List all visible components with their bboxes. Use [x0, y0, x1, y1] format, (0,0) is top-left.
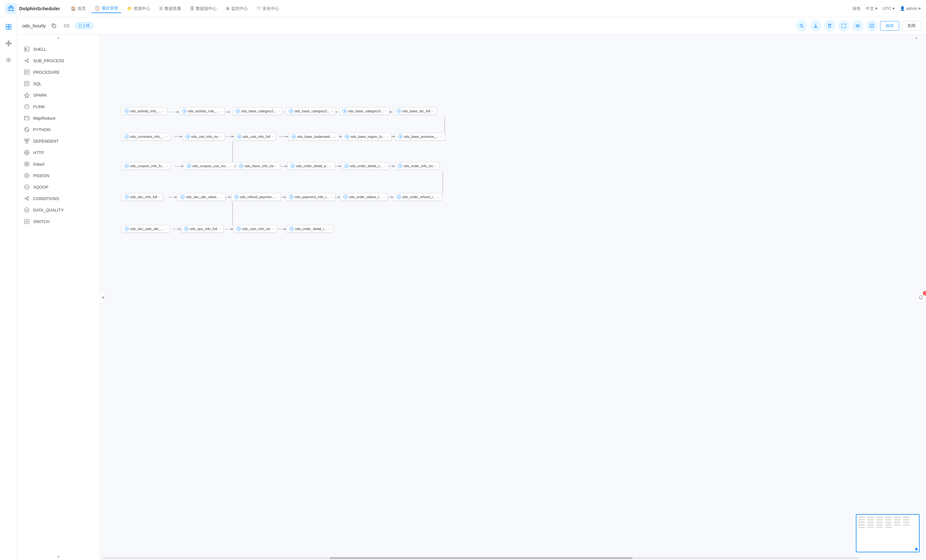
flow-node[interactable]: ⚙ ods_sku_attr_value... ○: [177, 193, 225, 201]
node-item-subprocess[interactable]: SUB_PROCESS: [17, 55, 100, 67]
flow-node[interactable]: ⚙ ods_base_region_fu... ○: [342, 133, 391, 141]
node-close-btn[interactable]: ○: [159, 195, 160, 199]
timezone-switcher[interactable]: UTC ▾: [883, 6, 895, 11]
collapse-sidebar-btn[interactable]: ◀: [100, 291, 105, 304]
node-close-btn[interactable]: ○: [162, 109, 164, 113]
canvas-scrollbar[interactable]: [100, 556, 862, 560]
node-item-procedure[interactable]: PROCEDURE: [17, 67, 100, 78]
node-close-btn[interactable]: ○: [220, 135, 222, 138]
canvas-area[interactable]: ▲ ◀: [100, 35, 926, 560]
download-tool-btn[interactable]: [810, 20, 822, 32]
nav-monitor[interactable]: 🖥 监控中心: [222, 5, 251, 13]
node-close-btn[interactable]: ○: [431, 109, 433, 113]
sidebar-item-workflow[interactable]: [3, 38, 14, 49]
flow-node[interactable]: ⚙ ods_base_category1... ○: [233, 107, 283, 115]
copy-btn[interactable]: [50, 21, 58, 30]
node-item-switch[interactable]: SWITCH: [17, 216, 100, 227]
flow-node[interactable]: ⚙ ods_activity_rule_... ○: [179, 107, 225, 115]
node-close-btn[interactable]: ○: [276, 195, 278, 199]
node-item-conditions[interactable]: CONDITIONS: [17, 193, 100, 204]
scroll-up-btn[interactable]: ▲: [17, 35, 100, 41]
link-btn[interactable]: [62, 21, 71, 30]
info-tool-btn[interactable]: [866, 20, 878, 32]
language-switcher[interactable]: 中文 ▾: [866, 6, 878, 12]
node-item-flink[interactable]: FLINK: [17, 101, 100, 112]
flow-node[interactable]: ⚙ ods_favor_info_inc ○: [236, 162, 280, 170]
node-close-btn[interactable]: ○: [384, 164, 386, 168]
node-close-btn[interactable]: ○: [166, 164, 168, 168]
node-item-pigeon[interactable]: PIGEON: [17, 170, 100, 181]
node-close-btn[interactable]: ○: [220, 109, 222, 113]
node-close-btn[interactable]: ○: [334, 135, 336, 138]
flow-node[interactable]: ⚙ ods_payment_info_i... ○: [286, 193, 335, 201]
flow-node[interactable]: ⚙ ods_cart_info_full ○: [234, 133, 276, 141]
node-item-dataquality[interactable]: DATA_QUALITY: [17, 204, 100, 216]
node-item-sqoop[interactable]: SQOOP: [17, 181, 100, 193]
flow-node[interactable]: ⚙ ods_order_status_l... ○: [340, 193, 388, 201]
flow-node[interactable]: ⚙ ods_order_refund_i... ○: [393, 193, 442, 201]
node-close-btn[interactable]: ○: [278, 109, 280, 113]
node-close-btn[interactable]: ○: [330, 195, 332, 199]
node-close-btn[interactable]: ○: [387, 135, 389, 138]
node-close-btn[interactable]: ○: [331, 109, 333, 113]
align-tool-btn[interactable]: [852, 20, 864, 32]
node-close-btn[interactable]: ○: [275, 164, 277, 168]
flow-node[interactable]: ⚙ ods_coupon_info_fu... ○: [121, 162, 171, 170]
delete-tool-btn[interactable]: [824, 20, 835, 32]
node-item-sql[interactable]: SQL: [17, 78, 100, 89]
node-close-btn[interactable]: ○: [218, 227, 221, 231]
canvas-scroll-up[interactable]: ▲: [913, 35, 920, 41]
flow-node[interactable]: ⚙ ods_base_category2... ○: [286, 107, 336, 115]
node-item-spark[interactable]: SPARK: [17, 89, 100, 101]
theme-switcher[interactable]: 深色: [852, 6, 861, 12]
notification-btn[interactable]: 1: [916, 292, 926, 303]
nav-security[interactable]: 🛡 安全中心: [254, 5, 282, 13]
sidebar-item-dashboard[interactable]: [3, 21, 14, 33]
node-item-mapreduce[interactable]: MapReduce: [17, 112, 100, 124]
flow-node[interactable]: ⚙ ods_base_category3... ○: [339, 107, 389, 115]
flow-node[interactable]: ⚙ ods_comment_info_... ○: [121, 133, 171, 141]
save-button[interactable]: 保存: [880, 21, 899, 31]
scrollbar-thumb[interactable]: [330, 557, 632, 559]
sidebar-item-settings[interactable]: [3, 54, 14, 66]
node-item-datax[interactable]: DataX: [17, 158, 100, 170]
scrollbar-track[interactable]: [103, 557, 859, 559]
flow-node[interactable]: ⚙ ods_coupon_use_inc... ○: [184, 162, 235, 170]
nav-quality[interactable]: ☰ 数据质量: [156, 5, 185, 13]
node-close-btn[interactable]: ○: [383, 195, 385, 199]
nav-datasource[interactable]: 🗄 数据源中心: [187, 5, 220, 13]
nav-home[interactable]: 🏠 首页: [68, 5, 89, 13]
flow-node[interactable]: ⚙ ods_user_info_inc ○: [233, 225, 277, 233]
flow-node[interactable]: ⚙ ods_base_trademark... ○: [288, 133, 339, 141]
search-tool-btn[interactable]: [796, 20, 807, 32]
node-close-btn[interactable]: ○: [328, 227, 330, 231]
close-button[interactable]: 关闭: [902, 21, 921, 31]
flow-node[interactable]: ⚙ ods_base_dic_full ○: [393, 107, 436, 115]
node-close-btn[interactable]: ○: [385, 109, 387, 113]
flow-node[interactable]: ⚙ ods_refund_paymen... ○: [231, 193, 281, 201]
node-item-http[interactable]: HTTP: [17, 147, 100, 158]
flow-node[interactable]: ⚙ ods_order_detail_i... ○: [286, 225, 333, 233]
flow-node[interactable]: ⚙ ods_order_info_inc ○: [395, 162, 440, 170]
fullscreen-tool-btn[interactable]: [838, 20, 849, 32]
node-close-btn[interactable]: ○: [435, 164, 437, 168]
node-item-dependent[interactable]: DEPENDENT: [17, 135, 100, 147]
node-close-btn[interactable]: ○: [437, 195, 439, 199]
flow-node[interactable]: ⚙ ods_cart_info_inc ○: [183, 133, 225, 141]
flow-node[interactable]: ⚙ ods_activity_info_... ○: [121, 107, 167, 115]
node-close-btn[interactable]: ○: [230, 164, 232, 168]
node-close-btn[interactable]: ○: [165, 227, 167, 231]
flow-node[interactable]: ⚙ ods_spu_info_full ○: [181, 225, 223, 233]
flow-node[interactable]: ⚙ ods_order_detail_c... ○: [341, 162, 389, 170]
user-menu[interactable]: 👤 admin ▾: [900, 6, 921, 11]
node-close-btn[interactable]: ○: [440, 135, 442, 138]
flow-node[interactable]: ⚙ ods_sku_info_full ○: [121, 193, 163, 201]
nav-project[interactable]: 📋 项目管理: [92, 4, 121, 13]
node-close-btn[interactable]: ○: [166, 135, 168, 138]
node-close-btn[interactable]: ○: [330, 164, 332, 168]
scroll-down-btn[interactable]: ▼: [17, 554, 100, 560]
node-item-shell[interactable]: SHELL: [17, 43, 100, 55]
node-close-btn[interactable]: ○: [221, 195, 222, 199]
flow-node[interactable]: ⚙ ods_sku_sale_attr_... ○: [121, 225, 170, 233]
node-close-btn[interactable]: ○: [271, 135, 273, 138]
